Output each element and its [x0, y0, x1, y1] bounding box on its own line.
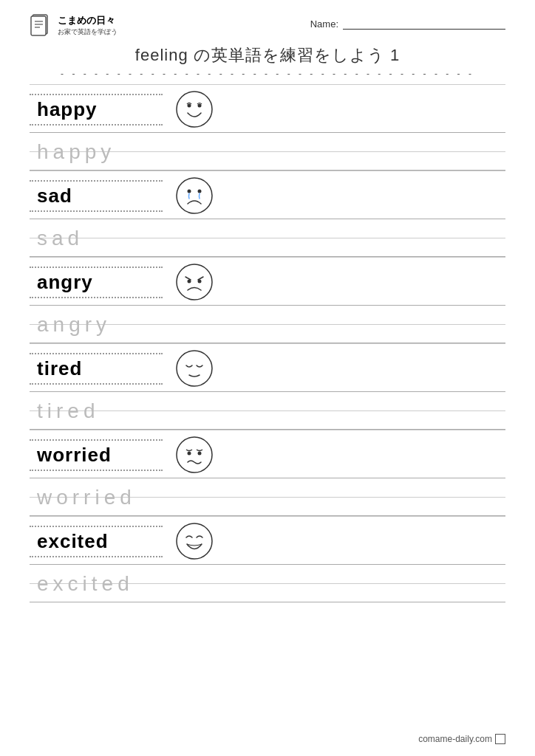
word-label-angry: angry	[37, 271, 93, 294]
emoji-excited	[174, 521, 214, 561]
trace-text-excited: excited	[37, 572, 134, 596]
name-field: Name:	[310, 13, 505, 30]
name-line	[343, 16, 505, 30]
word-box-angry: angry	[30, 267, 163, 298]
word-label-tired: tired	[37, 357, 82, 380]
footer-url: comame-daily.com	[418, 734, 492, 744]
svg-rect-1	[31, 16, 46, 35]
word-row-happy: happy	[30, 84, 505, 132]
svg-point-18	[177, 523, 212, 559]
trace-text-worried: worried	[37, 486, 136, 509]
svg-point-15	[177, 437, 212, 472]
emoji-happy	[174, 89, 214, 129]
svg-point-14	[177, 351, 212, 386]
emoji-tired	[174, 348, 214, 388]
header: こまめの日々 お家で英語を学ぼう Name:	[30, 13, 505, 37]
logo-text-area: こまめの日々 お家で英語を学ぼう	[58, 14, 117, 37]
word-box-sad: sad	[30, 180, 163, 212]
word-row-angry: angry	[30, 257, 505, 305]
word-box-tired: tired	[30, 353, 163, 385]
word-row-worried: worried	[30, 430, 505, 478]
emoji-angry	[174, 262, 214, 302]
svg-point-17	[198, 452, 202, 456]
word-row-excited: excited	[30, 516, 505, 564]
trace-text-tired: tired	[37, 399, 99, 423]
footer: comame-daily.com	[418, 734, 505, 744]
logo-icon	[30, 13, 53, 37]
trace-row-happy: happy	[30, 132, 505, 171]
svg-point-16	[188, 452, 191, 456]
word-box-worried: worried	[30, 439, 163, 471]
logo-area: こまめの日々 お家で英語を学ぼう	[30, 13, 117, 37]
word-label-sad: sad	[37, 185, 72, 207]
word-box-happy: happy	[30, 94, 163, 126]
word-section: happy happy sad	[30, 84, 505, 602]
word-box-excited: excited	[30, 526, 163, 557]
svg-point-12	[188, 280, 191, 284]
svg-point-6	[188, 104, 191, 108]
svg-point-8	[177, 178, 212, 213]
word-row-sad: sad	[30, 171, 505, 219]
logo-subtitle: お家で英語を学ぼう	[58, 27, 117, 37]
trace-text-angry: angry	[37, 313, 111, 337]
page-title: feeling の英単語を練習をしよう 1	[30, 44, 505, 66]
word-label-happy: happy	[37, 98, 98, 121]
svg-point-11	[177, 264, 212, 300]
trace-row-sad: sad	[30, 219, 505, 257]
svg-point-5	[177, 92, 212, 127]
svg-point-7	[198, 104, 202, 108]
footer-box-icon	[495, 734, 505, 744]
trace-text-sad: sad	[37, 227, 84, 250]
trace-row-tired: tired	[30, 391, 505, 430]
name-label: Name:	[310, 18, 338, 30]
dash-separator: - - - - - - - - - - - - - - - - - - - - …	[30, 69, 505, 78]
logo-title: こまめの日々	[58, 14, 117, 27]
word-label-excited: excited	[37, 530, 109, 553]
trace-text-happy: happy	[37, 140, 115, 164]
svg-point-9	[188, 190, 191, 193]
trace-row-angry: angry	[30, 305, 505, 343]
word-label-worried: worried	[37, 444, 112, 467]
trace-row-worried: worried	[30, 478, 505, 516]
svg-point-10	[198, 190, 202, 193]
emoji-worried	[174, 435, 214, 475]
trace-row-excited: excited	[30, 564, 505, 602]
svg-point-13	[198, 280, 202, 284]
emoji-sad	[174, 176, 214, 216]
word-row-tired: tired	[30, 343, 505, 391]
